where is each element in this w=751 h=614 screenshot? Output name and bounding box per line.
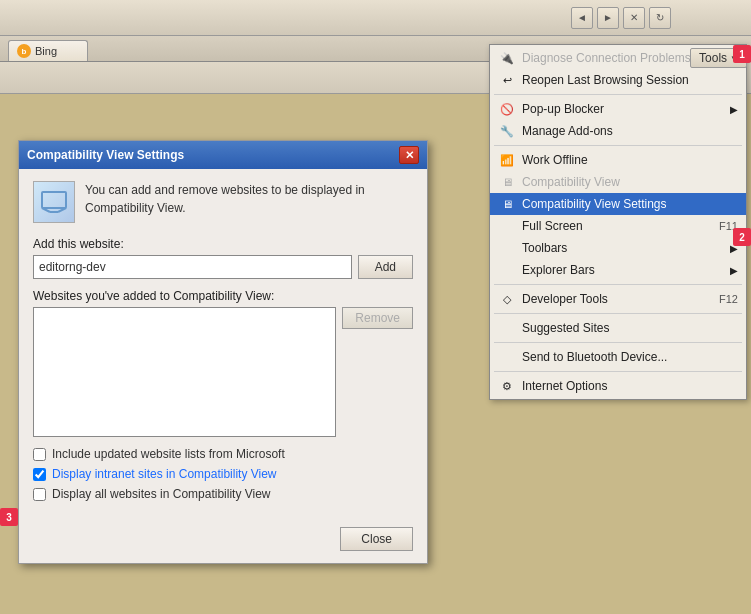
websites-list[interactable] [33,307,336,437]
manage-addons-icon: 🔧 [498,122,516,140]
menu-separator-1 [494,94,742,95]
checkbox-all-websites[interactable] [33,488,46,501]
dev-tools-icon: ◇ [498,290,516,308]
dev-tools-shortcut: F12 [719,293,738,305]
menu-item-compat-view[interactable]: 🖥 Compatibility View [490,171,746,193]
nav-refresh-button[interactable]: ↻ [649,7,671,29]
menu-item-compat-view-settings[interactable]: 🖥 Compatibility View Settings [490,193,746,215]
nav-stop-button[interactable]: ✕ [623,7,645,29]
menu-item-toolbars[interactable]: Toolbars ▶ [490,237,746,259]
menu-item-compat-view-label: Compatibility View [522,175,620,189]
menu-item-suggested-sites[interactable]: Suggested Sites [490,317,746,339]
menu-separator-2 [494,145,742,146]
browser-tab[interactable]: b Bing [8,40,88,61]
menu-item-popup-blocker-label: Pop-up Blocker [522,102,604,116]
menu-item-diagnose-label: Diagnose Connection Problems... [522,51,701,65]
compat-view-settings-icon: 🖥 [498,195,516,213]
browser-nav: ◄ ► ✕ ↻ [571,7,671,29]
popup-blocker-icon: 🚫 [498,100,516,118]
menu-item-work-offline[interactable]: 📶 Work Offline [490,149,746,171]
browser-top-bar: ◄ ► ✕ ↻ [0,0,751,36]
menu-item-dev-tools[interactable]: ◇ Developer Tools F12 [490,288,746,310]
checkbox-microsoft-list[interactable] [33,448,46,461]
checkbox-row-1: Include updated website lists from Micro… [33,447,413,461]
internet-options-icon: ⚙ [498,377,516,395]
toolbars-icon [498,239,516,257]
add-button[interactable]: Add [358,255,413,279]
menu-item-fullscreen[interactable]: Full Screen F11 [490,215,746,237]
fullscreen-icon [498,217,516,235]
menu-item-reopen-label: Reopen Last Browsing Session [522,73,689,87]
work-offline-icon: 📶 [498,151,516,169]
compat-view-icon-svg [40,188,68,216]
annotation-2: 2 [733,228,751,246]
menu-item-explorer-bars-label: Explorer Bars [522,263,595,277]
explorer-bars-arrow-icon: ▶ [730,265,738,276]
suggested-sites-icon [498,319,516,337]
menu-item-dev-tools-label: Developer Tools [522,292,608,306]
add-website-input-row: Add [33,255,413,279]
menu-item-manage-addons[interactable]: 🔧 Manage Add-ons [490,120,746,142]
svg-rect-0 [42,192,66,208]
menu-item-internet-options-label: Internet Options [522,379,607,393]
tab-label: Bing [35,45,57,57]
modal-close-button[interactable]: ✕ [399,146,419,164]
menu-item-bluetooth[interactable]: Send to Bluetooth Device... [490,346,746,368]
context-menu: 🔌 Diagnose Connection Problems... ↩ Reop… [489,44,747,400]
modal-footer: Close [19,519,427,563]
checkbox-all-websites-label: Display all websites in Compatibility Vi… [52,487,271,501]
explorer-bars-icon [498,261,516,279]
menu-item-internet-options[interactable]: ⚙ Internet Options [490,375,746,397]
menu-separator-5 [494,342,742,343]
menu-separator-4 [494,313,742,314]
nav-forward-button[interactable]: ► [597,7,619,29]
modal-titlebar: Compatibility View Settings ✕ [19,141,427,169]
modal-info-text: You can add and remove websites to be di… [85,181,365,217]
modal-title: Compatibility View Settings [27,148,184,162]
list-section-label: Websites you've added to Compatibility V… [33,289,413,303]
remove-button[interactable]: Remove [342,307,413,329]
bluetooth-icon [498,348,516,366]
menu-item-reopen[interactable]: ↩ Reopen Last Browsing Session [490,69,746,91]
menu-item-toolbars-label: Toolbars [522,241,567,255]
add-website-input[interactable] [33,255,352,279]
modal-info-icon [33,181,75,223]
tab-favicon: b [17,44,31,58]
menu-item-bluetooth-label: Send to Bluetooth Device... [522,350,667,364]
popup-blocker-arrow-icon: ▶ [730,104,738,115]
menu-item-fullscreen-label: Full Screen [522,219,583,233]
checkbox-row-2: Display intranet sites in Compatibility … [33,467,413,481]
menu-item-suggested-sites-label: Suggested Sites [522,321,609,335]
menu-separator-3 [494,284,742,285]
menu-separator-6 [494,371,742,372]
checkbox-microsoft-list-label: Include updated website lists from Micro… [52,447,285,461]
menu-item-work-offline-label: Work Offline [522,153,588,167]
checkbox-intranet-sites[interactable] [33,468,46,481]
annotation-3: 3 [0,508,18,526]
menu-item-popup-blocker[interactable]: 🚫 Pop-up Blocker ▶ [490,98,746,120]
menu-item-compat-view-settings-label: Compatibility View Settings [522,197,667,211]
reopen-icon: ↩ [498,71,516,89]
compatibility-view-settings-dialog: Compatibility View Settings ✕ You can ad… [18,140,428,564]
compat-view-icon: 🖥 [498,173,516,191]
annotation-1: 1 [733,45,751,63]
modal-info-section: You can add and remove websites to be di… [33,181,413,223]
menu-item-manage-addons-label: Manage Add-ons [522,124,613,138]
add-website-label: Add this website: [33,237,413,251]
close-button[interactable]: Close [340,527,413,551]
menu-item-explorer-bars[interactable]: Explorer Bars ▶ [490,259,746,281]
checkbox-intranet-sites-label: Display intranet sites in Compatibility … [52,467,277,481]
nav-back-button[interactable]: ◄ [571,7,593,29]
diagnose-icon: 🔌 [498,49,516,67]
checkbox-row-3: Display all websites in Compatibility Vi… [33,487,413,501]
modal-body: You can add and remove websites to be di… [19,169,427,519]
